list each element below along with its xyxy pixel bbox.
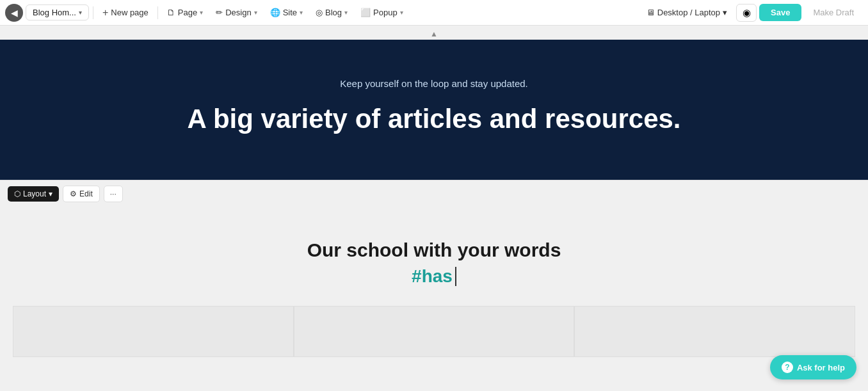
hero-title: A big variety of articles and resources.: [13, 103, 855, 135]
hero-section: Keep yourself on the loop and stay updat…: [0, 40, 868, 180]
edit-label: Edit: [79, 189, 93, 198]
site-menu-button[interactable]: 🌐 Site ▾: [265, 5, 308, 20]
save-button[interactable]: Save: [759, 4, 801, 21]
cards-row: [13, 306, 855, 357]
page-name-dropdown[interactable]: Blog Hom... ▾: [26, 4, 89, 20]
hero-subtitle: Keep yourself on the loop and stay updat…: [13, 78, 855, 89]
divider-1: [93, 6, 93, 19]
page-menu-button[interactable]: 🗋 Page ▾: [162, 5, 208, 20]
up-arrow-icon: ▲: [430, 29, 438, 38]
preview-selector-button[interactable]: 🖥 Desktop / Laptop ▾: [640, 5, 734, 20]
page-menu-label: Page: [178, 8, 197, 17]
site-menu-chevron: ▾: [300, 9, 303, 16]
more-icon: ···: [110, 189, 117, 198]
layout-icon: ⬡: [14, 189, 20, 198]
popup-menu-icon: ⬜: [360, 8, 371, 17]
content-title: Our school with your words: [13, 239, 855, 261]
page-name-chevron: ▾: [79, 9, 82, 16]
blog-menu-label: Blog: [325, 8, 342, 17]
new-page-label: New page: [111, 8, 149, 17]
design-menu-button[interactable]: ✏ Design ▾: [211, 5, 262, 20]
layout-chevron: ▾: [49, 189, 52, 198]
ask-help-button[interactable]: ? Ask for help: [770, 355, 856, 379]
blog-menu-icon: ◎: [316, 8, 323, 17]
divider-2: [157, 6, 158, 19]
design-menu-icon: ✏: [216, 8, 223, 17]
popup-menu-chevron: ▾: [400, 9, 403, 16]
new-page-icon: +: [102, 7, 108, 19]
page-name-label: Blog Hom...: [33, 8, 76, 17]
toolbar: ◀ Blog Hom... ▾ + New page 🗋 Page ▾ ✏ De…: [0, 0, 868, 26]
canvas: ▲ Keep yourself on the loop and stay upd…: [0, 26, 868, 391]
preview-label: Desktop / Laptop: [657, 8, 720, 17]
preview-chevron: ▾: [723, 8, 727, 17]
edit-button[interactable]: ⚙ Edit: [63, 186, 100, 202]
more-options-button[interactable]: ···: [104, 186, 123, 202]
site-menu-icon: 🌐: [270, 8, 280, 17]
hashtag-text: #has: [412, 266, 453, 287]
help-label: Ask for help: [797, 363, 845, 372]
save-label: Save: [771, 8, 790, 17]
canvas-top-arrow: ▲: [0, 26, 868, 40]
design-menu-chevron: ▾: [254, 9, 257, 16]
layout-label: Layout: [23, 189, 46, 198]
edit-gear-icon: ⚙: [70, 189, 77, 198]
popup-menu-button[interactable]: ⬜ Popup ▾: [355, 5, 408, 20]
site-menu-label: Site: [283, 8, 297, 17]
page-menu-chevron: ▾: [200, 9, 203, 16]
content-section: Our school with your words #has: [0, 207, 868, 376]
popup-menu-label: Popup: [373, 8, 398, 17]
card-2: [294, 306, 575, 357]
blog-menu-button[interactable]: ◎ Blog ▾: [310, 5, 353, 20]
preview-icon: 🖥: [647, 8, 655, 17]
back-button[interactable]: ◀: [5, 4, 23, 22]
design-menu-label: Design: [225, 8, 251, 17]
blog-menu-chevron: ▾: [344, 9, 348, 16]
eye-icon: ◉: [743, 7, 751, 19]
text-cursor: [455, 267, 456, 286]
card-3: [574, 306, 855, 357]
layout-button[interactable]: ⬡ Layout ▾: [8, 186, 59, 202]
card-1: [13, 306, 294, 357]
content-hashtag: #has: [13, 266, 855, 287]
back-icon: ◀: [11, 8, 18, 18]
draft-label: Make Draft: [813, 8, 854, 17]
new-page-button[interactable]: + New page: [97, 4, 154, 21]
help-icon: ?: [782, 362, 793, 373]
eye-button[interactable]: ◉: [736, 4, 757, 22]
section-controls-bar: ⬡ Layout ▾ ⚙ Edit ···: [0, 180, 868, 207]
make-draft-button[interactable]: Make Draft: [804, 4, 863, 21]
page-menu-icon: 🗋: [167, 8, 175, 17]
